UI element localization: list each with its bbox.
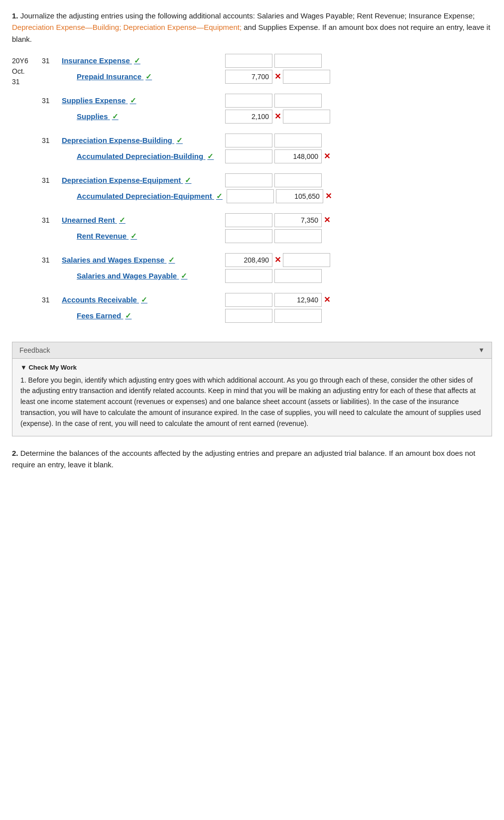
debit-x-5-0[interactable]: ✕ [274,255,281,265]
check-my-work-title[interactable]: ▼ Check My Work [20,364,484,371]
account-name-6-1[interactable]: Fees Earned ✓ [62,311,221,320]
account-name-3-1[interactable]: Accumulated Depreciation-Equipment ✓ [62,192,223,201]
credit-x-2-1[interactable]: ✕ [324,151,330,161]
debit-input-3-0[interactable] [225,173,272,187]
debit-cell-6-1 [225,309,272,323]
debit-input-4-0[interactable] [225,213,272,227]
day-label: 31 [12,77,42,87]
account-name-4-1[interactable]: Rent Revenue ✓ [62,232,221,241]
credit-cell-2-0 [274,134,322,147]
debit-input-2-1[interactable] [225,149,272,163]
debit-input-1-1[interactable] [225,110,272,124]
credit-input-5-1[interactable] [274,269,322,283]
account-row-4-0: Unearned Rent ✓✕ [62,213,492,227]
checkmark-6-1: ✓ [125,311,131,320]
checkmark-3-0: ✓ [185,176,191,184]
credit-x-3-1[interactable]: ✕ [325,191,332,201]
entry-group-1: 31Supplies Expense ✓Supplies ✓✕ [42,94,492,131]
credit-cell-4-0: ✕ [274,213,330,227]
account-row-0-0: Insurance Expense ✓ [62,54,492,68]
credit-cell-3-1: ✕ [276,189,332,203]
entry-accounts-3: Depreciation Expense-Equipment ✓Accumula… [62,173,492,210]
debit-input-6-1[interactable] [225,309,272,323]
entry-accounts-2: Depreciation Expense-Building ✓Accumulat… [62,134,492,170]
debit-cell-6-0 [225,293,272,307]
checkmark-2-0: ✓ [176,136,183,144]
credit-input-4-0[interactable] [274,213,322,227]
credit-x-6-0[interactable]: ✕ [324,295,330,304]
credit-input-0-1[interactable] [283,70,330,84]
account-name-6-0[interactable]: Accounts Receivable ✓ [62,295,221,304]
debit-input-1-0[interactable] [225,94,272,108]
credit-input-0-0[interactable] [274,54,322,68]
credit-cell-1-0 [274,94,322,108]
question-2: 2. Determine the balances of the account… [12,447,492,471]
debit-cell-2-1 [225,149,272,163]
account-name-2-0[interactable]: Depreciation Expense-Building ✓ [62,136,221,145]
account-row-4-1: Rent Revenue ✓ [62,229,492,243]
debit-input-4-1[interactable] [225,229,272,243]
account-row-5-0: Salaries and Wages Expense ✓✕ [62,253,492,267]
question-1-intro: 1. Journalize the adjusting entries usin… [12,10,492,45]
account-row-3-0: Depreciation Expense-Equipment ✓ [62,173,492,187]
debit-input-0-0[interactable] [225,54,272,68]
debit-input-2-0[interactable] [225,134,272,147]
entry-date-1: 31 [42,94,62,105]
account-name-0-0[interactable]: Insurance Expense ✓ [62,56,221,65]
depreciation-expense-highlight: Depreciation Expense—Building; Depreciat… [12,23,242,31]
year-month-col: 20Y6 Oct. 31 [12,54,42,87]
credit-cell-5-1 [274,269,322,283]
entry-accounts-6: Accounts Receivable ✓✕Fees Earned ✓ [62,293,492,330]
credit-input-2-1[interactable] [274,149,322,163]
account-name-2-1[interactable]: Accumulated Depreciation-Building ✓ [62,152,221,161]
account-name-0-1[interactable]: Prepaid Insurance ✓ [62,72,221,81]
entry-accounts-4: Unearned Rent ✓✕Rent Revenue ✓ [62,213,492,250]
q1-number: 1. [12,11,18,20]
credit-input-1-0[interactable] [274,94,322,108]
debit-cell-5-0: ✕ [225,253,281,267]
checkmark-4-1: ✓ [130,232,137,240]
credit-input-4-1[interactable] [274,229,322,243]
account-row-2-0: Depreciation Expense-Building ✓ [62,134,492,147]
debit-input-6-0[interactable] [225,293,272,307]
credit-input-6-0[interactable] [274,293,322,307]
credit-input-2-0[interactable] [274,134,322,147]
q1-intro-text: Journalize the adjusting entries using t… [12,11,490,43]
account-name-5-0[interactable]: Salaries and Wages Expense ✓ [62,256,221,265]
debit-input-0-1[interactable] [225,70,272,84]
debit-x-1-1[interactable]: ✕ [274,112,281,121]
account-row-5-1: Salaries and Wages Payable ✓ [62,269,492,283]
account-name-5-1[interactable]: Salaries and Wages Payable ✓ [62,272,221,280]
account-name-3-0[interactable]: Depreciation Expense-Equipment ✓ [62,176,221,185]
entry-date-0: 31 [42,54,62,65]
credit-input-1-1[interactable] [283,110,330,124]
checkmark-1-1: ✓ [112,112,119,121]
checkmark-5-0: ✓ [168,256,175,264]
checkmark-1-0: ✓ [130,96,136,105]
credit-input-6-1[interactable] [274,309,322,323]
credit-cell-4-1 [274,229,322,243]
credit-input-3-0[interactable] [274,173,322,187]
credit-input-5-0[interactable] [283,253,330,267]
feedback-label: Feedback [19,346,50,354]
debit-cell-3-1 [227,189,274,203]
credit-cell-0-0 [274,54,322,68]
account-name-1-0[interactable]: Supplies Expense ✓ [62,96,221,105]
feedback-bar[interactable]: Feedback ▼ [12,342,492,359]
account-row-0-1: Prepaid Insurance ✓✕ [62,70,492,84]
entry-group-3: 31Depreciation Expense-Equipment ✓Accumu… [42,173,492,210]
account-name-1-1[interactable]: Supplies ✓ [62,112,221,121]
debit-input-5-0[interactable] [225,253,272,267]
account-name-4-0[interactable]: Unearned Rent ✓ [62,216,221,225]
debit-input-3-1[interactable] [227,189,274,203]
debit-x-0-1[interactable]: ✕ [274,72,281,81]
credit-x-4-0[interactable]: ✕ [324,215,330,225]
check-my-work-text: 1. Before you begin, identify which adju… [20,375,484,429]
debit-input-5-1[interactable] [225,269,272,283]
checkmark-3-1: ✓ [216,192,223,200]
account-row-6-0: Accounts Receivable ✓✕ [62,293,492,307]
credit-input-3-1[interactable] [276,189,323,203]
debit-cell-1-0 [225,94,272,108]
account-row-6-1: Fees Earned ✓ [62,309,492,323]
checkmark-2-1: ✓ [207,152,214,160]
